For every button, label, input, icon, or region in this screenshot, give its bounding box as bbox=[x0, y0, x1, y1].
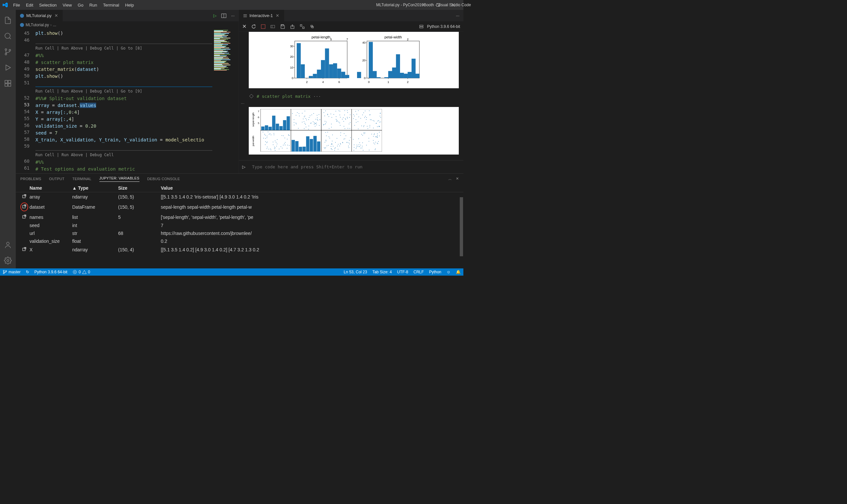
status-feedback[interactable]: ☺ bbox=[444, 270, 453, 274]
status-sync[interactable]: ↻ bbox=[23, 268, 32, 276]
svg-rect-129 bbox=[313, 121, 313, 122]
run-input-icon[interactable]: ▷ bbox=[242, 164, 246, 169]
svg-rect-203 bbox=[350, 122, 350, 123]
activity-search[interactable] bbox=[0, 28, 16, 44]
variable-row[interactable]: Xndarray(150, 4)[[5.1 3.5 1.4 0.2] [4.9 … bbox=[16, 245, 463, 254]
interrupt-kernel-icon[interactable]: ✕ bbox=[242, 23, 247, 30]
header-type[interactable]: ▲ Type bbox=[72, 185, 118, 191]
svg-point-6 bbox=[5, 49, 7, 51]
menu-view[interactable]: View bbox=[60, 1, 74, 9]
activity-account[interactable] bbox=[0, 237, 16, 253]
panel-scrollbar[interactable] bbox=[460, 197, 463, 256]
svg-rect-393 bbox=[379, 136, 380, 137]
code-editor[interactable]: 4546 4748495051 5253545556575859 606162 … bbox=[16, 29, 238, 173]
activity-extensions[interactable] bbox=[0, 75, 16, 91]
show-variable-icon[interactable] bbox=[20, 202, 28, 211]
tab-close-button[interactable]: ✕ bbox=[275, 13, 280, 18]
svg-rect-408 bbox=[377, 137, 377, 138]
panel-tab-output[interactable]: OUTPUT bbox=[49, 177, 65, 181]
status-notifications[interactable]: 🔔 bbox=[453, 270, 463, 274]
menu-run[interactable]: Run bbox=[87, 1, 100, 9]
stop-icon[interactable] bbox=[261, 24, 266, 29]
svg-text:5: 5 bbox=[330, 38, 332, 41]
collapse-icon[interactable] bbox=[309, 24, 315, 29]
menu-selection[interactable]: Selection bbox=[36, 1, 59, 9]
cell-output-ellipsis[interactable]: ··· bbox=[239, 101, 463, 106]
show-variable-icon[interactable] bbox=[22, 214, 27, 220]
show-variable-icon[interactable] bbox=[22, 247, 27, 253]
variable-row[interactable]: datasetDataFrame(150, 5)sepal-length sep… bbox=[16, 201, 463, 213]
status-eol[interactable]: CRLF bbox=[411, 270, 426, 274]
menu-file[interactable]: File bbox=[11, 1, 23, 9]
interactive-output[interactable]: petal-length5780102030246 petal-width234… bbox=[239, 32, 463, 160]
status-python[interactable]: Python 3.9.6 64-bit bbox=[32, 268, 70, 276]
status-tabsize[interactable]: Tab Size: 4 bbox=[370, 270, 394, 274]
status-problems[interactable]: 0 0 bbox=[70, 268, 92, 276]
save-icon[interactable] bbox=[280, 24, 285, 29]
tab-mltutorial[interactable]: MLTutorial.py ✕ bbox=[16, 10, 63, 21]
split-editor-icon[interactable] bbox=[221, 13, 227, 18]
panel-tab-debug-console[interactable]: DEBUG CONSOLE bbox=[147, 177, 180, 181]
svg-rect-322 bbox=[306, 136, 309, 151]
panel-maximize-icon[interactable]: ︿ bbox=[448, 177, 452, 181]
minimap[interactable] bbox=[212, 29, 238, 173]
svg-rect-247 bbox=[373, 128, 374, 128]
menu-edit[interactable]: Edit bbox=[23, 1, 36, 9]
export-icon[interactable] bbox=[290, 24, 295, 29]
kernel-indicator[interactable]: Python 3.9.6 64-bit bbox=[427, 24, 460, 29]
variables-icon[interactable] bbox=[270, 24, 275, 29]
status-branch[interactable]: master bbox=[0, 268, 23, 276]
panel-tab-terminal[interactable]: TERMINAL bbox=[73, 177, 92, 181]
run-cell-icon[interactable]: ▷ bbox=[213, 13, 217, 18]
activity-explorer[interactable] bbox=[0, 13, 16, 28]
menu-terminal[interactable]: Terminal bbox=[101, 1, 122, 9]
code-content[interactable]: plt.show() Run Cell | Run Above | Debug … bbox=[35, 29, 212, 173]
panel-close-icon[interactable]: ✕ bbox=[456, 177, 459, 181]
more-actions-icon[interactable]: ··· bbox=[231, 13, 235, 18]
svg-rect-92 bbox=[400, 73, 404, 78]
tab-interactive[interactable]: Interactive-1 ✕ bbox=[239, 10, 285, 21]
activity-source-control[interactable] bbox=[0, 44, 16, 60]
breadcrumb[interactable]: MLTutorial.py › ... bbox=[16, 21, 238, 29]
svg-text:2: 2 bbox=[407, 80, 409, 84]
menu-go[interactable]: Go bbox=[75, 1, 86, 9]
show-variable-icon[interactable] bbox=[22, 194, 27, 200]
tab-close-button[interactable]: ✕ bbox=[54, 13, 59, 18]
svg-rect-396 bbox=[375, 142, 376, 142]
svg-rect-155 bbox=[298, 128, 299, 129]
panel-tab-jupyter-variables[interactable]: JUPYTER: VARIABLES bbox=[100, 176, 140, 182]
panel-tab-problems[interactable]: PROBLEMS bbox=[20, 177, 41, 181]
svg-rect-390 bbox=[359, 142, 360, 143]
svg-rect-134 bbox=[317, 118, 318, 118]
variable-row[interactable]: urlstr68https://raw.githubusercontent.co… bbox=[16, 229, 463, 237]
status-cursor[interactable]: Ln 53, Col 23 bbox=[341, 270, 370, 274]
svg-rect-116 bbox=[317, 125, 317, 125]
menu-help[interactable]: Help bbox=[122, 1, 137, 9]
variable-row[interactable]: nameslist5['sepal-length', 'sepal-width'… bbox=[16, 213, 463, 221]
interactive-icon bbox=[243, 14, 248, 18]
expand-icon[interactable] bbox=[300, 24, 305, 29]
panel: PROBLEMS OUTPUT TERMINAL JUPYTER: VARIAB… bbox=[16, 173, 463, 268]
codelens-2[interactable]: Run Cell | Run Above | Debug Cell | Go t… bbox=[35, 87, 212, 95]
activity-run-debug[interactable] bbox=[0, 60, 16, 75]
variable-value: https://raw.githubusercontent.com/jbrown… bbox=[161, 231, 460, 236]
goto-code-icon[interactable] bbox=[249, 93, 254, 99]
header-size[interactable]: Size bbox=[118, 185, 161, 191]
variable-row[interactable]: validation_sizefloat0.2 bbox=[16, 237, 463, 245]
svg-rect-327 bbox=[331, 144, 332, 145]
cell-scatter-matrix[interactable]: # scatter plot matrix ··· bbox=[239, 92, 463, 101]
variable-row[interactable]: arrayndarray(150, 5)[[5.1 3.5 1.4 0.2 'I… bbox=[16, 192, 463, 201]
restart-kernel-icon[interactable] bbox=[251, 24, 256, 29]
activity-settings[interactable] bbox=[0, 253, 16, 268]
interactive-input[interactable]: Type code here and press Shift+Enter to … bbox=[252, 164, 363, 169]
variable-name: dataset bbox=[30, 204, 72, 210]
header-value[interactable]: Value bbox=[161, 185, 460, 191]
codelens-1[interactable]: Run Cell | Run Above | Debug Cell | Go t… bbox=[35, 43, 212, 52]
status-encoding[interactable]: UTF-8 bbox=[394, 270, 411, 274]
status-language[interactable]: Python bbox=[426, 270, 444, 274]
codelens-3[interactable]: Run Cell | Run Above | Debug Cell bbox=[35, 150, 212, 159]
variable-row[interactable]: seedint7 bbox=[16, 221, 463, 229]
svg-rect-351 bbox=[325, 142, 325, 143]
header-name[interactable]: Name bbox=[30, 185, 72, 191]
more-actions-icon[interactable]: ··· bbox=[456, 13, 459, 18]
